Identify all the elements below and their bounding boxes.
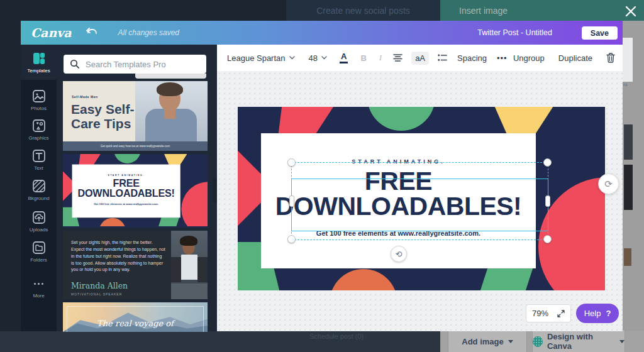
template-thumbnail-free-downloadables[interactable]: START ANIMATING. FREE DOWNLOADABLES! Get… (63, 154, 208, 228)
sidebar-item-label: Text (34, 165, 43, 171)
thumb2-card: START ANIMATING. FREE DOWNLOADABLES! Get… (72, 165, 180, 218)
more-dots-icon (32, 277, 46, 290)
resize-handle-top-right[interactable] (543, 158, 552, 167)
thumb1-photo (135, 81, 208, 141)
underlying-thumbnail (624, 124, 633, 160)
more-options-button[interactable]: ••• (497, 53, 508, 63)
templates-icon (32, 52, 46, 65)
sidebar-item-label: Photos (31, 106, 47, 111)
resize-handle-left[interactable] (289, 195, 294, 207)
thumb1-title: Easy Self- Care Tips (71, 102, 134, 131)
bold-button[interactable]: B (360, 53, 366, 63)
sidebar-item-graphics[interactable]: Graphics (21, 115, 57, 145)
resize-handle-bottom-right[interactable] (543, 235, 552, 243)
template-thumbnail-real-voyage[interactable]: The real voyage of (63, 302, 208, 332)
sidebar-item-photos[interactable]: Photos (21, 85, 57, 115)
thumb3-quote: Set your sights high, the higher the bet… (71, 239, 165, 273)
sidebar-item-label: Uploads (30, 227, 48, 233)
screen: Create new social posts Insert image rs … (0, 0, 644, 352)
green-parallelogram-shape (480, 265, 534, 290)
orange-circle-shape (99, 218, 126, 226)
sidebar-item-text[interactable]: Text (21, 145, 57, 175)
undo-icon[interactable] (86, 28, 98, 38)
sidebar-item-background[interactable]: Bkground (21, 175, 57, 205)
chevron-down-icon (619, 340, 625, 343)
chevron-down-icon (508, 340, 513, 343)
canva-header: Canva All changes saved Twitter Post - U… (21, 21, 623, 45)
sidebar-item-more[interactable]: More (21, 273, 57, 302)
spacing-button[interactable]: Spacing (457, 53, 487, 63)
template-thumbnail-easy-self-care[interactable]: Self-Made Men Easy Self- Care Tips Get q… (63, 81, 208, 151)
text-case-button[interactable]: aA (411, 52, 429, 65)
font-family-select[interactable]: League Spartan (227, 53, 295, 63)
rotate-handle[interactable]: ⟲ (391, 246, 407, 262)
chevron-down-icon (321, 56, 327, 60)
background-icon (32, 179, 46, 193)
search-input[interactable] (84, 59, 200, 70)
underlying-bottom-strip (0, 331, 440, 352)
page-rotate-button[interactable]: ⟳ (598, 173, 619, 194)
thumb2-kicker: START ANIMATING. (72, 174, 180, 177)
sidebar-item-templates[interactable]: Templates (21, 45, 57, 80)
template-search-box[interactable] (64, 55, 206, 74)
thumb4-title: The real voyage of (63, 319, 208, 328)
sidebar-item-label: Graphics (28, 135, 48, 141)
font-size-select[interactable]: 48 (309, 53, 327, 63)
thumb3-photo (171, 231, 208, 299)
close-icon[interactable] (623, 4, 638, 19)
canva-logo[interactable]: Canva (31, 26, 72, 40)
design-with-canva-button[interactable]: Design with Canva (532, 329, 625, 352)
save-status-text: All changes saved (118, 28, 179, 37)
sidebar-item-label: Folders (30, 257, 47, 263)
design-canvas[interactable]: START ANIMATING. FREE DOWNLOADABLES! Get… (238, 107, 605, 290)
trash-icon[interactable] (606, 53, 615, 63)
sidebar-item-folders[interactable]: Folders (21, 237, 57, 267)
search-icon (70, 59, 80, 69)
tab-insert-image[interactable]: Insert image (459, 0, 508, 21)
resize-handle-top-left[interactable] (287, 158, 296, 167)
scrolled-thumbnail-edge (135, 74, 206, 79)
underlying-page-fragment (623, 38, 633, 82)
thumb1-kicker: Self-Made Men (72, 95, 98, 99)
underlying-thumbnail (624, 165, 633, 210)
duplicate-button[interactable]: Duplicate (558, 53, 592, 63)
folders-icon (32, 241, 46, 255)
underlying-text-fragment: rs (623, 82, 628, 87)
thumb2-title: FREE DOWNLOADABLES! (72, 179, 180, 199)
text-color-button[interactable]: A (340, 52, 348, 63)
document-title[interactable]: Twitter Post - Untitled (477, 28, 552, 37)
zoom-control[interactable]: 79% (526, 304, 571, 322)
thumb2-artwork: START ANIMATING. FREE DOWNLOADABLES! Get… (63, 154, 208, 226)
green-circle-shape (367, 107, 435, 131)
resize-handle-right[interactable] (545, 195, 550, 207)
font-family-value: League Spartan (227, 53, 286, 63)
text-icon (32, 149, 46, 163)
save-button[interactable]: Save (582, 26, 618, 40)
orange-circle-shape (330, 269, 397, 290)
template-thumbnail-miranda-allen[interactable]: Set your sights high, the higher the bet… (63, 231, 208, 299)
selected-text-box[interactable] (291, 179, 548, 231)
sidebar-item-uploads[interactable]: Uploads (21, 207, 57, 236)
design-with-canva-label: Design with Canva (547, 332, 615, 351)
help-button[interactable]: Help ? (576, 304, 619, 323)
sidebar-item-label: More (33, 293, 44, 299)
italic-button[interactable]: I (379, 53, 382, 63)
canva-logo-icon (533, 336, 543, 347)
help-label: Help (584, 309, 601, 318)
thumb3-role: MOTIVATIONAL SPEAKER (71, 292, 122, 296)
tab-create-new-social-posts[interactable]: Create new social posts (286, 0, 440, 21)
green-circle-shape (114, 154, 141, 163)
thumb1-caption: Get quick and easy how-tos at www.really… (63, 141, 208, 151)
add-image-button[interactable]: Add image (448, 329, 527, 352)
schedule-post-text: Schedule post (0) (309, 333, 364, 340)
ungroup-button[interactable]: Ungroup (513, 53, 545, 63)
graphics-icon (32, 119, 46, 133)
expand-icon (557, 310, 565, 317)
font-size-value: 48 (309, 53, 318, 63)
thumb3-name: Miranda Allen (71, 281, 128, 290)
photos-icon (32, 89, 46, 103)
list-icon[interactable] (438, 54, 447, 62)
resize-handle-bottom-left[interactable] (287, 235, 296, 243)
text-align-icon[interactable] (393, 54, 402, 62)
underlying-thumbnail (624, 248, 631, 266)
